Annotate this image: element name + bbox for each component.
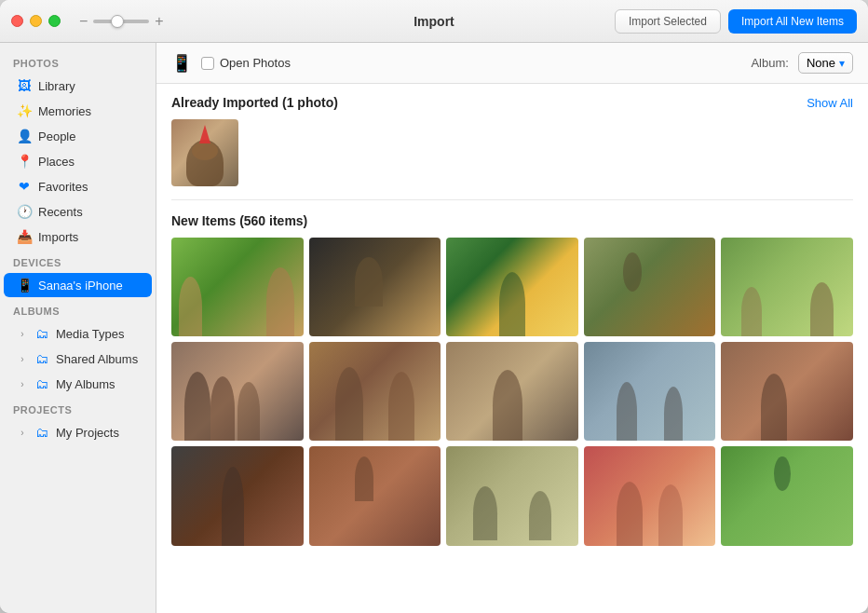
photo-thumb[interactable]	[309, 238, 441, 336]
memories-icon: ✨	[17, 103, 32, 118]
photo-thumb[interactable]	[446, 238, 578, 336]
phone-device-icon: 📱	[171, 53, 192, 74]
library-icon: 🖼	[17, 78, 32, 93]
projects-section-label: Projects	[0, 397, 156, 419]
expand-icon: ›	[17, 379, 28, 389]
sidebar-item-label: My Albums	[56, 377, 115, 391]
photo-thumb[interactable]	[584, 446, 716, 545]
photo-thumb[interactable]	[721, 446, 853, 545]
devices-section-label: Devices	[0, 250, 156, 272]
already-imported-title: Already Imported (1 photo)	[171, 95, 338, 110]
sidebar-item-memories[interactable]: ✨ Memories	[4, 99, 152, 123]
sidebar-item-label: Memories	[38, 104, 91, 118]
minimize-button[interactable]	[30, 15, 42, 27]
show-all-link[interactable]: Show All	[807, 96, 853, 110]
sidebar-item-label: My Projects	[56, 426, 119, 440]
new-items-title: New Items (560 items)	[171, 213, 307, 228]
sidebar-item-people[interactable]: 👤 People	[4, 124, 152, 148]
photo-thumbnail	[171, 119, 238, 186]
expand-icon: ›	[17, 428, 28, 438]
shared-albums-icon: 🗂	[34, 351, 49, 366]
people-icon: 👤	[17, 129, 32, 143]
sidebar-item-label: Media Types	[56, 327, 124, 341]
sidebar: Photos 🖼 Library ✨ Memories 👤 People 📍 P…	[0, 43, 156, 613]
favorites-icon: ❤	[17, 179, 32, 194]
album-dropdown[interactable]: None ▾	[798, 52, 853, 74]
content-area: 📱 Open Photos Album: None ▾ Already Impo…	[156, 43, 868, 613]
section-separator	[171, 199, 853, 200]
zoom-out-button[interactable]: −	[79, 14, 88, 29]
sidebar-item-places[interactable]: 📍 Places	[4, 149, 152, 173]
my-albums-icon: 🗂	[34, 376, 49, 391]
sidebar-item-favorites[interactable]: ❤ Favorites	[4, 174, 152, 198]
photo-thumb[interactable]	[309, 446, 441, 545]
zoom-control: − +	[79, 14, 164, 29]
dropdown-arrow-icon: ▾	[839, 57, 845, 70]
iphone-icon: 📱	[17, 278, 32, 293]
titlebar-title: Import	[414, 14, 454, 29]
album-value: None	[807, 56, 835, 70]
sidebar-item-label: Library	[38, 79, 75, 93]
photo-thumb[interactable]	[446, 446, 578, 545]
maximize-button[interactable]	[48, 15, 61, 27]
sidebar-item-label: Favorites	[38, 180, 88, 194]
titlebar: − + Import Import Selected Import All Ne…	[0, 0, 868, 43]
open-photos-checkbox[interactable]	[201, 57, 214, 70]
expand-icon: ›	[17, 329, 28, 339]
photo-thumb[interactable]	[171, 446, 304, 545]
zoom-in-button[interactable]: +	[155, 14, 163, 29]
photo-thumb[interactable]	[309, 342, 441, 441]
content-toolbar: 📱 Open Photos Album: None ▾	[156, 43, 868, 84]
photo-thumb[interactable]	[171, 342, 304, 441]
sidebar-item-label: Imports	[38, 230, 78, 244]
open-photos-label: Open Photos	[220, 56, 291, 70]
sidebar-item-media-types[interactable]: › 🗂 Media Types	[4, 321, 152, 346]
sidebar-item-label: Places	[38, 155, 75, 169]
main-layout: Photos 🖼 Library ✨ Memories 👤 People 📍 P…	[0, 43, 868, 613]
sidebar-item-label: Sanaa's iPhone	[38, 279, 123, 293]
window: − + Import Import Selected Import All Ne…	[0, 0, 868, 613]
zoom-slider[interactable]	[93, 20, 149, 23]
photo-thumb[interactable]	[171, 238, 304, 336]
photo-thumb[interactable]	[584, 238, 716, 336]
albums-section-label: Albums	[0, 298, 156, 320]
import-all-button[interactable]: Import All New Items	[728, 9, 857, 34]
sidebar-item-label: Shared Albums	[56, 352, 138, 366]
new-items-header: New Items (560 items)	[171, 213, 853, 228]
photos-section-label: Photos	[0, 50, 156, 73]
sidebar-item-my-projects[interactable]: › 🗂 My Projects	[4, 420, 152, 444]
photo-thumb[interactable]	[721, 238, 853, 336]
sidebar-item-library[interactable]: 🖼 Library	[4, 74, 152, 98]
sidebar-item-iphone[interactable]: 📱 Sanaa's iPhone	[4, 273, 152, 297]
sidebar-item-label: Recents	[38, 205, 83, 219]
content-scroll[interactable]: Already Imported (1 photo) Show All	[156, 84, 868, 613]
sidebar-item-shared-albums[interactable]: › 🗂 Shared Albums	[4, 347, 152, 371]
open-photos-checkbox-container[interactable]: Open Photos	[201, 56, 291, 70]
my-projects-icon: 🗂	[34, 425, 49, 440]
expand-icon: ›	[17, 354, 28, 364]
traffic-lights	[11, 15, 61, 27]
new-items-grid	[171, 238, 853, 546]
photo-thumb[interactable]	[446, 342, 578, 441]
photo-thumb[interactable]	[584, 342, 716, 441]
recents-icon: 🕐	[17, 204, 32, 219]
places-icon: 📍	[17, 154, 32, 169]
album-label: Album:	[751, 56, 788, 70]
sidebar-item-label: People	[38, 129, 75, 143]
titlebar-actions: Import Selected Import All New Items	[615, 9, 857, 34]
close-button[interactable]	[11, 15, 23, 27]
sidebar-item-my-albums[interactable]: › 🗂 My Albums	[4, 372, 152, 396]
sidebar-item-imports[interactable]: 📥 Imports	[4, 225, 152, 249]
already-imported-header: Already Imported (1 photo) Show All	[171, 95, 853, 110]
sidebar-item-recents[interactable]: 🕐 Recents	[4, 199, 152, 224]
photo-thumb[interactable]	[721, 342, 853, 441]
media-types-icon: 🗂	[34, 326, 49, 341]
already-imported-photo[interactable]	[171, 119, 238, 186]
imports-icon: 📥	[17, 229, 32, 244]
already-imported-grid	[171, 119, 853, 186]
import-selected-button[interactable]: Import Selected	[615, 9, 721, 34]
